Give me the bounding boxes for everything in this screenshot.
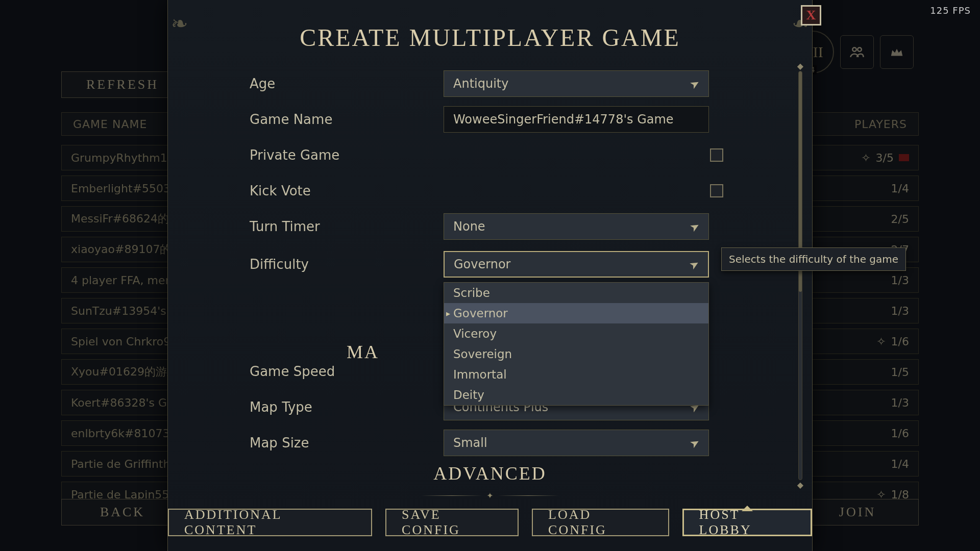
col-players: PLAYERS	[854, 118, 907, 131]
kick-vote-checkbox[interactable]	[710, 184, 723, 197]
join-button[interactable]: JOIN	[796, 499, 919, 525]
difficulty-dropdown[interactable]: ScribeGovernorViceroySovereignImmortalDe…	[444, 282, 709, 406]
lobby-row-players: 2/5	[891, 213, 909, 226]
lobby-row-players: ✧3/5	[861, 152, 909, 164]
lobby-row-name: GrumpyRhythm123	[71, 152, 182, 164]
ornament-divider-icon: ✦	[250, 488, 730, 503]
map-heading: MA	[347, 341, 379, 363]
difficulty-option[interactable]: Scribe	[444, 283, 708, 303]
lobby-row-players: 1/3	[891, 274, 909, 287]
label-map-type: Map Type	[250, 399, 444, 415]
crossplay-icon: ✧	[876, 488, 886, 501]
report-flag-icon	[899, 154, 909, 161]
col-game-name: GAME NAME	[73, 118, 147, 131]
create-game-modal: ❧ ❧ X CREATE MULTIPLAYER GAME ◆ ◆ Age An…	[167, 0, 813, 551]
lobby-row-players: ✧1/8	[876, 488, 909, 501]
lobby-row-name: 4 player FFA, meme	[71, 274, 183, 287]
svg-point-1	[857, 47, 862, 52]
save-config-button[interactable]: SAVE CONFIG	[385, 509, 519, 536]
difficulty-value: Governor	[454, 257, 510, 271]
label-speed: Game Speed	[250, 364, 444, 379]
svg-point-0	[852, 47, 856, 52]
age-select[interactable]: Antiquity ➤	[444, 70, 709, 97]
close-button[interactable]: X	[801, 5, 821, 26]
chevron-down-icon: ➤	[687, 257, 701, 272]
map-size-select[interactable]: Small ➤	[444, 430, 709, 456]
chevron-down-icon: ➤	[688, 76, 702, 92]
fps-counter: 125 FPS	[930, 5, 971, 16]
difficulty-option[interactable]: Governor	[444, 303, 708, 323]
host-lobby-button[interactable]: HOST LOBBY	[682, 509, 812, 536]
lobby-row-players: 1/6	[891, 427, 909, 440]
private-game-checkbox[interactable]	[710, 148, 723, 162]
lobby-row-players: ✧1/6	[876, 335, 909, 348]
ornament-corner-icon: ❧	[171, 14, 191, 35]
label-private: Private Game	[250, 147, 444, 163]
difficulty-select[interactable]: Governor ➤	[444, 251, 709, 278]
turn-timer-select[interactable]: None ➤	[444, 213, 709, 240]
refresh-button[interactable]: REFRESH	[61, 71, 184, 98]
label-timer: Turn Timer	[250, 219, 444, 234]
timer-value: None	[453, 219, 485, 234]
chevron-down-icon: ➤	[688, 435, 702, 451]
friends-icon[interactable]	[840, 35, 874, 69]
chevron-down-icon: ➤	[688, 219, 702, 235]
difficulty-option[interactable]: Immortal	[444, 364, 708, 385]
age-value: Antiquity	[453, 77, 508, 91]
back-button[interactable]: BACK	[61, 499, 184, 525]
lobby-row-name: Xyou#01629的游戏	[71, 364, 178, 380]
difficulty-option[interactable]: Deity	[444, 385, 708, 405]
difficulty-tooltip: Selects the difficulty of the game	[721, 247, 906, 271]
lobby-row-name: enlbrty6k#81073's	[71, 427, 179, 440]
label-age: Age	[250, 76, 444, 91]
crown-icon[interactable]	[880, 35, 914, 69]
crossplay-icon: ✧	[861, 152, 870, 164]
lobby-row-name: xiaoyao#89107的游	[71, 242, 182, 257]
label-map-size: Map Size	[250, 435, 444, 450]
modal-title: CREATE MULTIPLAYER GAME	[168, 23, 812, 52]
label-difficulty: Difficulty	[250, 257, 444, 272]
game-name-value: WoweeSingerFriend#14778's Game	[453, 112, 674, 127]
lobby-row-players: 1/3	[891, 396, 909, 409]
lobby-row-players: 1/5	[891, 366, 909, 379]
lobby-row-name: MessiFr#68624的游	[71, 211, 180, 227]
label-game-name: Game Name	[250, 112, 444, 127]
lobby-row-players: 1/4	[891, 458, 909, 470]
additional-content-button[interactable]: ADDITIONAL CONTENT	[168, 509, 372, 536]
load-config-button[interactable]: LOAD CONFIG	[532, 509, 669, 536]
advanced-heading: ADVANCED	[250, 463, 730, 484]
difficulty-option[interactable]: Viceroy	[444, 323, 708, 344]
game-name-input[interactable]: WoweeSingerFriend#14778's Game	[444, 106, 709, 133]
lobby-row-players: 1/3	[891, 305, 909, 317]
difficulty-option[interactable]: Sovereign	[444, 344, 708, 364]
crossplay-icon: ✧	[876, 335, 886, 348]
label-kick: Kick Vote	[250, 183, 444, 198]
lobby-row-players: 1/4	[891, 182, 909, 195]
map-size-value: Small	[453, 436, 487, 450]
